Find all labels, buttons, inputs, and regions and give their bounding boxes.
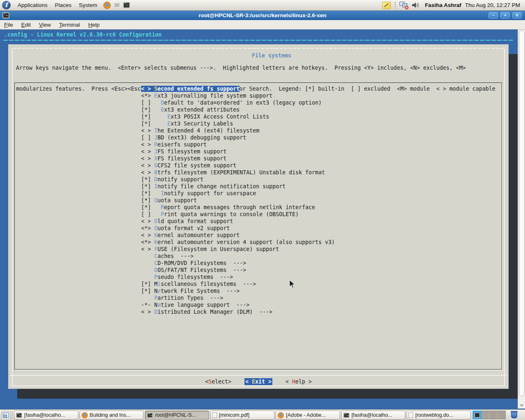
desktop-icon [3, 413, 9, 418]
menu-item[interactable]: -*- Native language support ---> [141, 301, 335, 308]
maximize-button[interactable]: + [500, 12, 510, 18]
panel-menus: ApplicationsPlacesSystem [14, 1, 101, 9]
firefox-icon [82, 412, 88, 418]
menu-item[interactable]: [*] Network File Systems ---> [141, 288, 335, 294]
terminal-content: .config - Linux Kernel v2.6.30-rc6 Confi… [0, 30, 525, 409]
menu-applications[interactable]: Applications [14, 1, 51, 9]
task-label: Building and Ins... [90, 412, 130, 418]
top-panel: f ApplicationsPlacesSystem Fasiha Ashraf… [0, 0, 525, 11]
menu-list: < > Second extended fs support<*> Ext3 j… [141, 85, 335, 315]
menu-item[interactable]: < > XFS filesystem support [141, 155, 335, 162]
menubar-help[interactable]: Help [84, 21, 104, 29]
scrollbar-down-arrow[interactable] [520, 404, 524, 407]
document-icon [212, 412, 217, 418]
instructions-line: Arrow keys navigate the menu. <Enter> se… [16, 64, 495, 71]
menu-item[interactable]: < > JFS filesystem support [141, 148, 335, 155]
task-label: [fasiha@localho... [24, 412, 65, 418]
menu-item[interactable]: < > The Extended 4 (ext4) filesystem [141, 127, 335, 134]
workspace-cell[interactable] [498, 411, 505, 419]
task-button[interactable]: [Adobe - Adobe... [276, 411, 340, 420]
network-status-icon[interactable] [399, 2, 408, 9]
minimize-button[interactable]: − [488, 12, 498, 18]
select-button[interactable]: <Select> [205, 379, 231, 385]
speaker-icon[interactable] [412, 2, 420, 9]
menu-item[interactable]: < > Kernel automounter support [141, 232, 335, 239]
task-label: [fasiha@localho... [352, 412, 393, 418]
scrollbar-thumb[interactable] [519, 30, 525, 396]
mail-launcher-icon[interactable] [114, 2, 119, 9]
menu-item[interactable]: [*] Inotify file change notification sup… [141, 183, 335, 190]
menu-item[interactable]: [*] Quota support [141, 197, 335, 204]
terminal-scrollbar[interactable] [518, 30, 525, 409]
menu-item[interactable]: < > Second extended fs support [141, 85, 335, 92]
clock-applet[interactable]: Thu Aug 20, 12:27 PM [465, 2, 522, 8]
firefox-icon [278, 412, 284, 418]
workspace-cell[interactable] [489, 411, 498, 419]
menu-item[interactable]: [ ] Print quota warnings to console (OBS… [141, 211, 335, 218]
task-button[interactable]: [rootweblog.do... [406, 411, 471, 420]
menu-item[interactable]: <*> Quota format v2 support [141, 225, 335, 232]
menu-item[interactable]: Caches ---> [141, 253, 335, 260]
menu-item[interactable]: CD-ROM/DVD Filesystems ---> [141, 260, 335, 267]
menu-item[interactable]: [*] Ext3 POSIX Access Control Lists [141, 113, 335, 120]
config-header: .config - Linux Kernel v2.6.30-rc6 Confi… [4, 31, 162, 38]
menu-listbox: < > Second extended fs support<*> Ext3 j… [14, 82, 502, 370]
task-label: root@HPCNL-S... [155, 412, 196, 418]
menubar-edit[interactable]: Edit [17, 21, 35, 29]
menu-item[interactable]: < > OCFS2 file system support [141, 162, 335, 169]
menu-item[interactable]: <*> Kernel automounter version 4 support… [141, 239, 335, 246]
window-titlebar[interactable]: root@HPCNL-SR-3:/usr/src/kernels/linux-2… [0, 11, 525, 20]
fedora-logo-icon[interactable]: f [2, 1, 11, 9]
menu-item[interactable]: <*> Ext3 journalling file system support [141, 92, 335, 99]
button-separator [10, 375, 507, 376]
menubar-view[interactable]: View [35, 21, 55, 29]
workspace-window-icon [475, 413, 480, 418]
menu-item[interactable]: Pseudo filesystems ---> [141, 274, 335, 281]
task-button[interactable]: Building and Ins... [80, 411, 144, 420]
menu-item[interactable]: [*] Miscellaneous filesystems ---> [141, 281, 335, 288]
task-button[interactable]: root@HPCNL-S... [145, 411, 209, 420]
menu-item[interactable]: [*] Report quota messages through netlin… [141, 204, 335, 211]
note-applet-icon[interactable] [382, 2, 391, 9]
menu-item[interactable]: [*] Ext3 extended attributes [141, 106, 335, 113]
show-desktop-button[interactable] [1, 411, 11, 420]
menu-places[interactable]: Places [51, 1, 75, 9]
exit-button[interactable]: < Exit > [244, 378, 272, 385]
user-switcher[interactable]: Fasiha Ashraf [425, 2, 461, 8]
task-button[interactable]: [minicom.pdf] [210, 411, 275, 420]
menu-item[interactable]: [*] Inotify support for userspace [141, 190, 335, 197]
close-button[interactable]: ✕ [512, 12, 522, 18]
task-label: [Adobe - Adobe... [286, 412, 326, 418]
menu-item[interactable]: < > FUSE (Filesystem in Userspace) suppo… [141, 246, 335, 253]
menu-item[interactable]: < > Reiserfs support [141, 141, 335, 148]
trash-icon[interactable] [511, 411, 518, 419]
menu-item[interactable]: Partition Types ---> [141, 294, 335, 301]
window-title: root@HPCNL-SR-3:/usr/src/kernels/linux-2… [0, 12, 525, 18]
taskbar-separator [11, 411, 13, 419]
dialog-buttons: <Select>< Exit >< Help > [8, 378, 509, 385]
task-button[interactable]: [fasiha@localho... [341, 411, 406, 420]
menu-item[interactable]: < > Btrfs filesystem (EXPERIMENTAL) Unst… [141, 169, 335, 176]
workspace-cell[interactable] [473, 411, 481, 419]
menu-item[interactable]: DOS/FAT/NT Filesystems ---> [141, 267, 335, 274]
menu-item[interactable]: [ ] JBD (ext3) debugging support [141, 134, 335, 141]
menubar-terminal[interactable]: Terminal [55, 21, 84, 29]
document-icon [409, 412, 413, 418]
menubar-file[interactable]: File [0, 21, 17, 29]
bottom-taskbar: [fasiha@localho...Building and Ins...roo… [0, 409, 525, 420]
mouse-cursor [289, 280, 297, 289]
task-label: [minicom.pdf] [219, 412, 249, 418]
terminal-launcher-icon[interactable] [123, 2, 130, 8]
workspace-cell[interactable] [481, 411, 489, 419]
task-list: [fasiha@localho...Building and Ins...roo… [14, 411, 471, 420]
firefox-launcher-icon[interactable] [103, 2, 111, 9]
task-button[interactable]: [fasiha@localho... [14, 411, 78, 420]
menu-item[interactable]: [ ] Default to 'data=ordered' in ext3 (l… [141, 99, 335, 106]
menu-item[interactable]: [*] Dnotify support [141, 176, 335, 183]
menu-system[interactable]: System [75, 1, 101, 9]
menu-item[interactable]: [*] Ext3 Security Labels [141, 120, 335, 127]
terminal-icon [343, 413, 349, 418]
help-button[interactable]: < Help > [285, 379, 312, 385]
menu-item[interactable]: < > Old quota format support [141, 218, 335, 225]
menu-item[interactable]: < > Distributed Lock Manager (DLM) ---> [141, 308, 335, 315]
